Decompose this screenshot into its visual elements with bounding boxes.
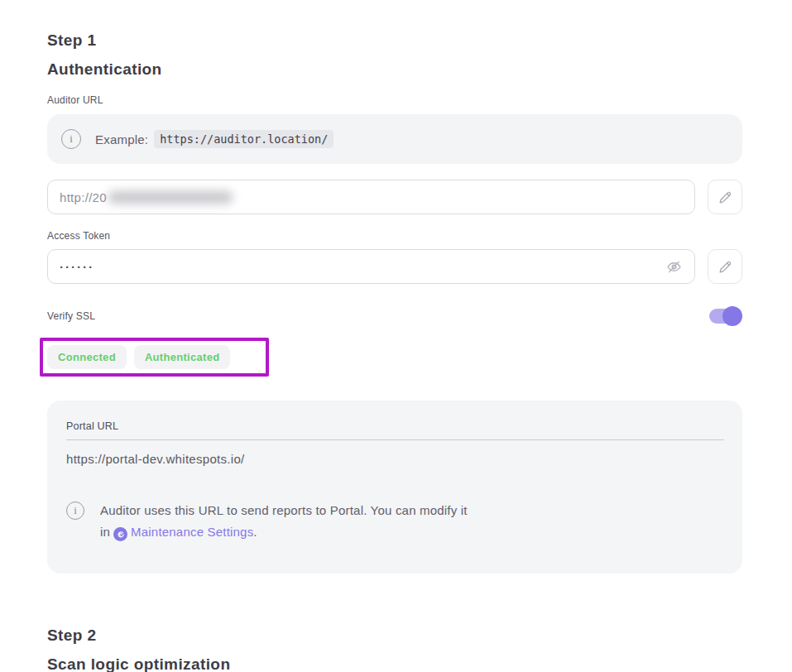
auditor-url-example-box: i Example: https://auditor.location/ [47, 114, 742, 164]
verify-ssl-label: Verify SSL [47, 310, 95, 322]
auditor-url-value: http://20 [60, 190, 107, 204]
edit-access-token-button[interactable] [708, 249, 742, 284]
portal-url-value: https://portal-dev.whitespots.io/ [66, 452, 724, 466]
verify-ssl-toggle[interactable] [709, 306, 742, 326]
portal-url-card: Portal URL https://portal-dev.whitespots… [47, 401, 742, 574]
info-icon: i [61, 129, 81, 149]
access-token-label: Access Token [47, 230, 742, 242]
portal-note-text: Auditor uses this URL to send reports to… [100, 500, 468, 543]
setup-page: Step 1 Authentication Auditor URL i Exam… [0, 0, 792, 672]
step2-title: Scan logic optimization [47, 655, 742, 672]
edit-auditor-url-button[interactable] [708, 180, 742, 214]
pencil-icon [718, 190, 733, 205]
access-token-input[interactable]: ······ [47, 249, 695, 284]
example-url-code: https://auditor.location/ [154, 130, 334, 148]
portal-url-label: Portal URL [66, 420, 724, 432]
example-prefix: Example: [95, 132, 148, 146]
divider [66, 439, 724, 440]
step1-title: Authentication [47, 60, 742, 79]
access-token-masked-value: ······ [60, 260, 94, 274]
step1-label: Step 1 [47, 31, 742, 50]
info-icon: i [66, 502, 84, 520]
status-badge-authenticated: Authenticated [134, 345, 231, 369]
step2-label: Step 2 [47, 626, 742, 645]
redacted-url-blur [108, 191, 233, 204]
auditor-url-label: Auditor URL [47, 94, 742, 106]
auditor-url-input[interactable]: http://20 [47, 180, 695, 214]
status-annotation-rectangle: Connected Authenticated [40, 338, 269, 377]
whitespots-logo-icon [113, 527, 127, 541]
pencil-icon [718, 259, 733, 275]
maintenance-settings-link[interactable]: Maintenance Settings [131, 525, 253, 539]
eye-off-icon[interactable] [665, 258, 683, 276]
status-badge-connected: Connected [47, 345, 127, 369]
toggle-knob [722, 306, 742, 326]
